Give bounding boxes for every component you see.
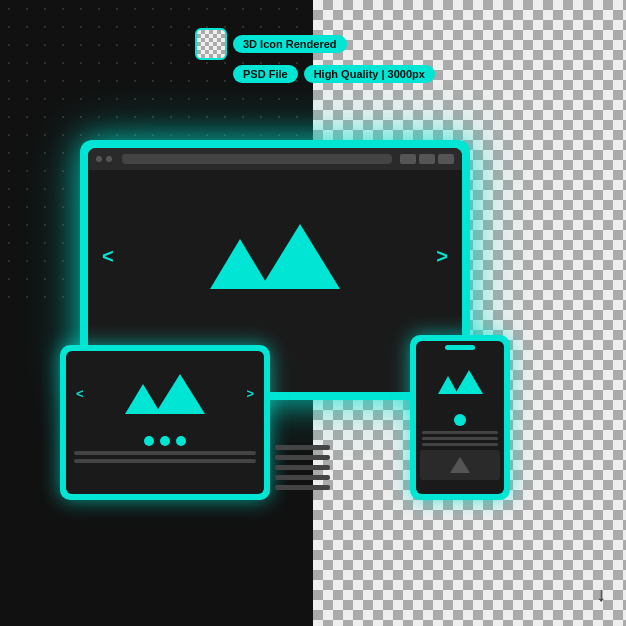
side-content-lines bbox=[275, 445, 330, 490]
browser-dot-2 bbox=[106, 156, 112, 162]
browser-btn-3 bbox=[438, 154, 454, 164]
browser-dot-1 bbox=[96, 156, 102, 162]
phone-lines bbox=[422, 431, 498, 446]
tablet-carousel: < > bbox=[71, 356, 259, 431]
tablet-line-2 bbox=[74, 459, 256, 463]
tablet-screen: < > bbox=[66, 351, 264, 494]
side-line-5 bbox=[275, 485, 330, 490]
tablet-line-1 bbox=[74, 451, 256, 455]
side-line-2 bbox=[275, 455, 330, 460]
tablet-mountain-right bbox=[155, 374, 205, 414]
badge-row-title: 3D Icon Rendered bbox=[195, 28, 435, 60]
mountain-graphic bbox=[210, 224, 340, 289]
phone-dot bbox=[454, 414, 466, 426]
tablet: < > bbox=[60, 345, 270, 500]
side-line-4 bbox=[275, 475, 330, 480]
tablet-arrow-right[interactable]: > bbox=[246, 386, 254, 401]
tablet-mountain bbox=[125, 374, 205, 414]
phone-notch bbox=[445, 345, 475, 350]
phone-mountain bbox=[438, 370, 483, 394]
browser-btn-1 bbox=[400, 154, 416, 164]
tablet-dots bbox=[66, 436, 264, 446]
phone-carousel bbox=[420, 354, 500, 409]
badge-quality: High Quality | 3000px bbox=[304, 65, 435, 83]
browser-address-bar bbox=[122, 154, 392, 164]
phone-screen bbox=[416, 341, 504, 494]
carousel-arrow-left[interactable]: < bbox=[102, 245, 114, 268]
phone-mountain-right bbox=[455, 370, 483, 394]
side-line-3 bbox=[275, 465, 330, 470]
monitor-carousel: < > bbox=[94, 176, 456, 336]
phone-line-1 bbox=[422, 431, 498, 434]
carousel-content bbox=[94, 176, 456, 336]
mountain-right bbox=[260, 224, 340, 289]
tablet-dot-1 bbox=[144, 436, 154, 446]
side-line-1 bbox=[275, 445, 330, 450]
badge-area: 3D Icon Rendered PSD File High Quality |… bbox=[195, 28, 435, 83]
download-arrow-icon[interactable]: ↓ bbox=[596, 583, 606, 606]
carousel-arrow-right[interactable]: > bbox=[436, 245, 448, 268]
phone-line-2 bbox=[422, 437, 498, 440]
badge-title: 3D Icon Rendered bbox=[233, 35, 347, 53]
icon-composition: < > < > bbox=[60, 140, 520, 500]
badge-row-info: PSD File High Quality | 3000px bbox=[195, 65, 435, 83]
phone-image-mountain bbox=[450, 457, 470, 473]
tablet-dot-3 bbox=[176, 436, 186, 446]
badge-file-type: PSD File bbox=[233, 65, 298, 83]
phone bbox=[410, 335, 510, 500]
phone-image-block bbox=[420, 450, 500, 480]
browser-btn-2 bbox=[419, 154, 435, 164]
browser-buttons bbox=[400, 154, 454, 164]
tablet-dot-2 bbox=[160, 436, 170, 446]
tablet-arrow-left[interactable]: < bbox=[76, 386, 84, 401]
phone-line-3 bbox=[422, 443, 498, 446]
browser-chrome bbox=[88, 148, 462, 170]
badge-thumbnail bbox=[195, 28, 227, 60]
tablet-lines bbox=[74, 451, 256, 463]
